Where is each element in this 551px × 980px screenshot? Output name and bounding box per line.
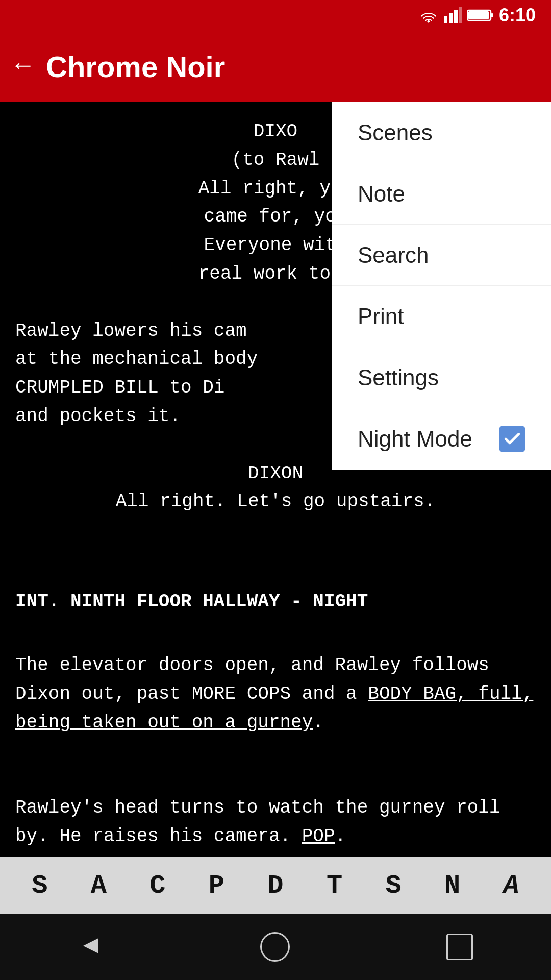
dropdown-menu: Scenes Note Search Print Settings Night … bbox=[332, 102, 551, 470]
app-title: Chrome Noir bbox=[46, 50, 536, 84]
night-mode-checkbox[interactable] bbox=[499, 426, 525, 452]
underlined-pop: POP bbox=[302, 826, 335, 847]
dialog-line: All right. Let's go upstairs. bbox=[15, 487, 536, 516]
bottom-toolbar: S A C P D T S N A bbox=[0, 857, 551, 914]
menu-item-settings[interactable]: Settings bbox=[332, 347, 551, 408]
menu-item-note[interactable]: Note bbox=[332, 163, 551, 225]
toolbar-letter-c[interactable]: C bbox=[149, 871, 165, 901]
nav-recent-button[interactable] bbox=[446, 934, 473, 960]
toolbar-letter-p[interactable]: P bbox=[209, 871, 224, 901]
wifi-icon bbox=[418, 8, 439, 23]
menu-item-note-label: Note bbox=[358, 181, 405, 207]
nav-back-button[interactable] bbox=[78, 933, 104, 961]
status-time: 6:10 bbox=[499, 5, 536, 26]
svg-rect-5 bbox=[491, 13, 493, 17]
app-toolbar: ← Chrome Noir bbox=[0, 31, 551, 102]
navigation-bar bbox=[0, 914, 551, 980]
status-icons: 6:10 bbox=[418, 5, 536, 26]
toolbar-letter-s1[interactable]: S bbox=[32, 871, 47, 901]
toolbar-letter-d[interactable]: D bbox=[267, 871, 283, 901]
toolbar-letter-a-italic[interactable]: A bbox=[504, 871, 519, 901]
svg-marker-7 bbox=[83, 938, 98, 953]
toolbar-letter-a[interactable]: A bbox=[91, 871, 107, 901]
svg-rect-3 bbox=[459, 7, 462, 23]
battery-icon bbox=[467, 8, 494, 22]
nav-home-button[interactable] bbox=[260, 932, 290, 962]
menu-item-night-mode[interactable]: Night Mode bbox=[332, 408, 551, 470]
paragraph-2: Rawley's head turns to watch the gurney … bbox=[15, 794, 536, 851]
scene-heading: INT. NINTH FLOOR HALLWAY - NIGHT bbox=[15, 587, 536, 616]
svg-rect-6 bbox=[468, 11, 489, 19]
menu-item-search[interactable]: Search bbox=[332, 225, 551, 286]
toolbar-letter-s2[interactable]: S bbox=[385, 871, 401, 901]
svg-rect-0 bbox=[444, 16, 447, 23]
paragraph-1: The elevator doors open, and Rawley foll… bbox=[15, 651, 536, 737]
menu-item-scenes-label: Scenes bbox=[358, 120, 433, 145]
menu-item-settings-label: Settings bbox=[358, 365, 439, 390]
menu-item-scenes[interactable]: Scenes bbox=[332, 102, 551, 163]
toolbar-letter-t[interactable]: T bbox=[327, 871, 342, 901]
menu-item-search-label: Search bbox=[358, 242, 429, 268]
toolbar-letter-n[interactable]: N bbox=[444, 871, 460, 901]
signal-icon bbox=[444, 7, 462, 23]
svg-rect-1 bbox=[449, 13, 453, 23]
menu-item-print[interactable]: Print bbox=[332, 286, 551, 347]
back-button[interactable]: ← bbox=[15, 54, 31, 79]
underlined-text: BODY BAG, full, being taken out on a gur… bbox=[15, 683, 533, 733]
menu-item-night-mode-label: Night Mode bbox=[358, 426, 472, 452]
status-bar: 6:10 bbox=[0, 0, 551, 31]
svg-rect-2 bbox=[454, 10, 458, 23]
menu-item-print-label: Print bbox=[358, 304, 404, 329]
